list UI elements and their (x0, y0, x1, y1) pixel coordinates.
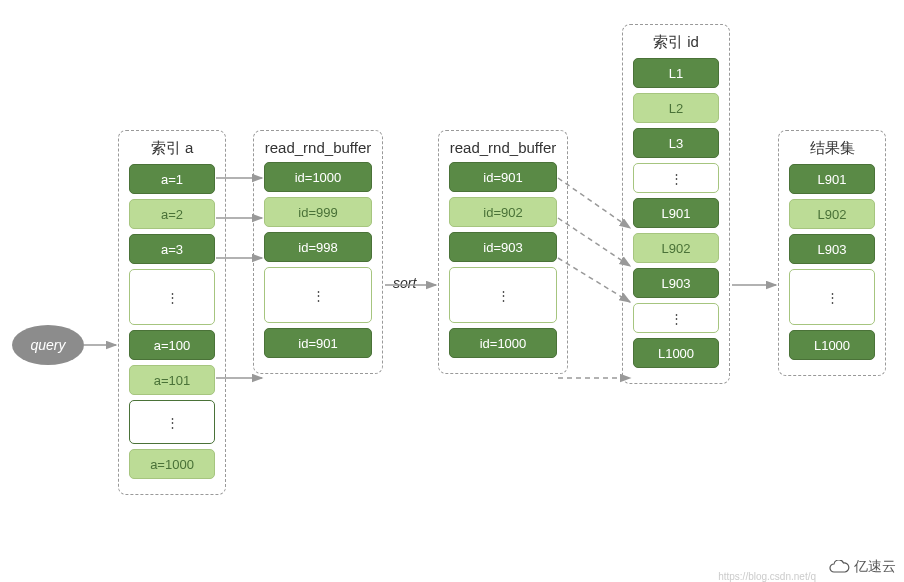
cell: L901 (789, 164, 875, 194)
cell: a=1000 (129, 449, 215, 479)
cell: a=1 (129, 164, 215, 194)
cell: id=901 (449, 162, 557, 192)
cell: L902 (633, 233, 719, 263)
cell: L902 (789, 199, 875, 229)
cell: ⋮ (633, 163, 719, 193)
cell: id=999 (264, 197, 372, 227)
watermark: 亿速云 (828, 558, 896, 576)
watermark-text: 亿速云 (854, 558, 896, 576)
cell: id=1000 (264, 162, 372, 192)
column-title: 索引 id (633, 33, 719, 52)
column-index-id: 索引 id L1L2L3⋮L901L902L903⋮L1000 (622, 24, 730, 384)
query-node: query (12, 325, 84, 365)
arrow-id903-to-l903 (558, 258, 630, 302)
cloud-icon (828, 560, 850, 574)
cell: ⋮ (633, 303, 719, 333)
cell: ⋮ (789, 269, 875, 325)
cell: a=100 (129, 330, 215, 360)
arrow-id901-to-l901 (558, 178, 630, 228)
cell: id=998 (264, 232, 372, 262)
cell: a=2 (129, 199, 215, 229)
cell: id=903 (449, 232, 557, 262)
cell: L1000 (789, 330, 875, 360)
cell: L1000 (633, 338, 719, 368)
cell: ⋮ (449, 267, 557, 323)
column-title: read_rnd_buffer (264, 139, 372, 156)
column-rnd-buffer-2: read_rnd_buffer id=901id=902id=903⋮id=10… (438, 130, 568, 374)
column-rnd-buffer-1: read_rnd_buffer id=1000id=999id=998⋮id=9… (253, 130, 383, 374)
arrow-id902-to-l902 (558, 218, 630, 266)
cell: id=1000 (449, 328, 557, 358)
cell: L903 (789, 234, 875, 264)
cell: L901 (633, 198, 719, 228)
diagram-stage: query 索引 a a=1a=2a=3⋮a=100a=101⋮a=1000 r… (0, 0, 904, 582)
column-result: 结果集 L901L902L903⋮L1000 (778, 130, 886, 376)
cell: id=902 (449, 197, 557, 227)
cell: a=3 (129, 234, 215, 264)
column-index-a: 索引 a a=1a=2a=3⋮a=100a=101⋮a=1000 (118, 130, 226, 495)
column-title: 索引 a (129, 139, 215, 158)
column-title: 结果集 (789, 139, 875, 158)
cell: a=101 (129, 365, 215, 395)
cell: L903 (633, 268, 719, 298)
cell: L1 (633, 58, 719, 88)
cell: L3 (633, 128, 719, 158)
watermark-url: https://blog.csdn.net/q (718, 571, 816, 582)
cell: ⋮ (264, 267, 372, 323)
column-title: read_rnd_buffer (449, 139, 557, 156)
cell: ⋮ (129, 269, 215, 325)
cell: id=901 (264, 328, 372, 358)
sort-label: sort (393, 275, 416, 291)
cell: L2 (633, 93, 719, 123)
cell: ⋮ (129, 400, 215, 444)
